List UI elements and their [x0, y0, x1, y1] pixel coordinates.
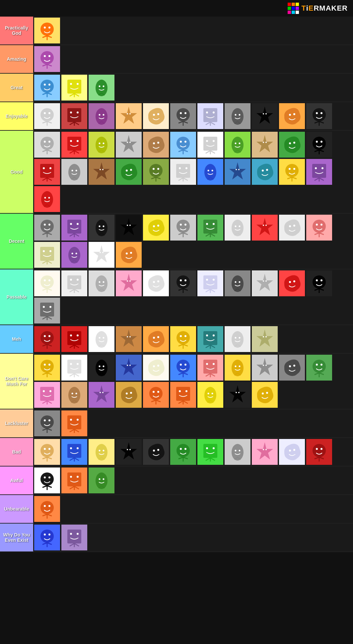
tier-item[interactable]	[143, 382, 169, 408]
tier-item[interactable]	[34, 524, 60, 551]
tier-item[interactable]	[34, 382, 60, 408]
tier-item[interactable]	[115, 270, 142, 297]
tier-item[interactable]	[34, 17, 60, 44]
tier-item[interactable]	[61, 524, 88, 551]
tier-item[interactable]	[224, 214, 251, 241]
tier-item[interactable]	[34, 46, 60, 72]
tier-item[interactable]	[34, 354, 60, 381]
tier-item[interactable]	[224, 382, 251, 408]
tier-item[interactable]	[170, 103, 196, 129]
tier-item[interactable]	[224, 439, 251, 465]
tier-item[interactable]	[34, 467, 60, 494]
tier-item[interactable]	[115, 131, 142, 158]
tier-item[interactable]	[34, 131, 60, 158]
tier-item[interactable]	[34, 270, 60, 297]
tier-item[interactable]	[279, 214, 305, 241]
tier-item[interactable]	[143, 270, 169, 297]
tier-item[interactable]	[306, 103, 332, 129]
tier-item[interactable]	[306, 354, 332, 381]
tier-item[interactable]	[34, 186, 60, 212]
tier-item[interactable]	[279, 270, 305, 297]
tier-item[interactable]	[61, 354, 88, 381]
tier-item[interactable]	[224, 326, 251, 352]
tier-item[interactable]	[61, 214, 88, 241]
tier-item[interactable]	[279, 439, 305, 465]
tier-item[interactable]	[251, 439, 278, 465]
tier-item[interactable]	[224, 159, 251, 185]
tier-item[interactable]	[88, 242, 115, 268]
tier-item[interactable]	[115, 382, 142, 408]
tier-item[interactable]	[251, 354, 278, 381]
tier-item[interactable]	[170, 131, 196, 158]
tier-item[interactable]	[61, 439, 88, 465]
tier-item[interactable]	[34, 297, 60, 324]
tier-item[interactable]	[197, 131, 224, 158]
tier-item[interactable]	[170, 439, 196, 465]
tier-item[interactable]	[143, 354, 169, 381]
tier-item[interactable]	[115, 354, 142, 381]
tier-item[interactable]	[61, 159, 88, 185]
tier-item[interactable]	[61, 410, 88, 437]
tier-item[interactable]	[251, 382, 278, 408]
tier-item[interactable]	[224, 131, 251, 158]
tier-item[interactable]	[143, 159, 169, 185]
tier-item[interactable]	[61, 382, 88, 408]
tier-item[interactable]	[34, 159, 60, 185]
tier-item[interactable]	[197, 103, 224, 129]
tier-item[interactable]	[170, 354, 196, 381]
tier-item[interactable]	[306, 214, 332, 241]
tier-item[interactable]	[251, 214, 278, 241]
tier-item[interactable]	[170, 270, 196, 297]
tier-item[interactable]	[170, 159, 196, 185]
tier-item[interactable]	[143, 439, 169, 465]
tier-item[interactable]	[88, 159, 115, 185]
tier-item[interactable]	[251, 159, 278, 185]
tier-item[interactable]	[88, 131, 115, 158]
tier-item[interactable]	[170, 382, 196, 408]
tier-item[interactable]	[143, 214, 169, 241]
tier-item[interactable]	[88, 439, 115, 465]
tier-item[interactable]	[306, 439, 332, 465]
tier-item[interactable]	[306, 159, 332, 185]
tier-item[interactable]	[279, 103, 305, 129]
tier-item[interactable]	[143, 131, 169, 158]
tier-item[interactable]	[143, 326, 169, 352]
tier-item[interactable]	[61, 270, 88, 297]
tier-item[interactable]	[34, 326, 60, 352]
tier-item[interactable]	[61, 467, 88, 494]
tier-item[interactable]	[34, 439, 60, 465]
tier-item[interactable]	[224, 354, 251, 381]
tier-item[interactable]	[115, 242, 142, 268]
tier-item[interactable]	[34, 214, 60, 241]
tier-item[interactable]	[115, 103, 142, 129]
tier-item[interactable]	[306, 270, 332, 297]
tier-item[interactable]	[224, 270, 251, 297]
tier-item[interactable]	[88, 270, 115, 297]
tier-item[interactable]	[34, 74, 60, 101]
tier-item[interactable]	[115, 326, 142, 352]
tier-item[interactable]	[115, 439, 142, 465]
tier-item[interactable]	[170, 326, 196, 352]
tier-item[interactable]	[251, 326, 278, 352]
tier-item[interactable]	[197, 214, 224, 241]
tier-item[interactable]	[88, 103, 115, 129]
tier-item[interactable]	[115, 159, 142, 185]
tier-item[interactable]	[88, 382, 115, 408]
tier-item[interactable]	[197, 326, 224, 352]
tier-item[interactable]	[61, 131, 88, 158]
tier-item[interactable]	[279, 354, 305, 381]
tier-item[interactable]	[88, 467, 115, 494]
tier-item[interactable]	[88, 74, 115, 101]
tier-item[interactable]	[224, 103, 251, 129]
tier-item[interactable]	[88, 326, 115, 352]
tier-item[interactable]	[61, 326, 88, 352]
tier-item[interactable]	[197, 270, 224, 297]
tier-item[interactable]	[34, 242, 60, 268]
tier-item[interactable]	[61, 74, 88, 101]
tier-item[interactable]	[88, 354, 115, 381]
tier-item[interactable]	[197, 439, 224, 465]
tier-item[interactable]	[306, 131, 332, 158]
tier-item[interactable]	[279, 159, 305, 185]
tier-item[interactable]	[279, 131, 305, 158]
tier-item[interactable]	[251, 131, 278, 158]
